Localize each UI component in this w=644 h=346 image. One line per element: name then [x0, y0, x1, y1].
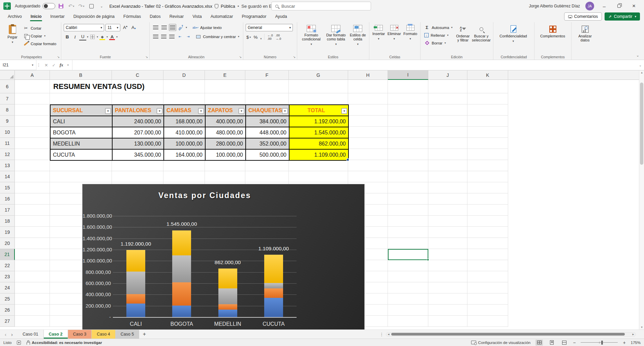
sort-filter-button[interactable]: AZ Ordenar y filtrar	[455, 23, 471, 46]
scroll-right-arrow[interactable]: ►	[632, 333, 635, 336]
horizontal-scrollbar-thumb[interactable]	[391, 333, 625, 336]
format-as-table-button[interactable]: Dar formato como tabla ▾	[324, 23, 347, 46]
normal-view-button[interactable]	[535, 340, 543, 346]
row-header-10[interactable]: 10	[0, 127, 15, 138]
dialog-launcher-icon[interactable]: ↘	[57, 55, 60, 59]
row-header-14[interactable]: 14	[0, 171, 15, 182]
scroll-left-arrow[interactable]: ◄	[387, 333, 390, 336]
chart-segment-zapatos[interactable]	[126, 272, 145, 294]
close-button[interactable]: ×	[629, 1, 639, 11]
insert-function-button[interactable]: fx	[60, 63, 63, 68]
align-bottom-button[interactable]	[169, 24, 176, 31]
sheet-title-cell[interactable]: RESUMEN VENTAS (USD)	[53, 80, 145, 93]
sheet-tab-caso-2[interactable]: Caso 2	[44, 330, 68, 339]
sheet-tab-caso-4[interactable]: Caso 4	[92, 330, 116, 339]
dialog-launcher-icon[interactable]: ↘	[145, 55, 148, 59]
orientation-button[interactable]: ab↗	[177, 24, 185, 31]
delete-cells-button[interactable]: ✕ Eliminar ▾	[387, 23, 401, 41]
find-select-button[interactable]: Buscar y seleccionar	[472, 23, 491, 46]
chart-segment-zapatos[interactable]	[264, 283, 283, 289]
table-cell-total[interactable]: 1.109.000,00	[289, 150, 349, 161]
borders-button[interactable]	[89, 33, 96, 40]
chart-bar-cali[interactable]	[126, 250, 145, 317]
sensitivity-label[interactable]: Pública	[221, 4, 235, 9]
table-cell-value[interactable]: 130.000,00	[113, 138, 164, 150]
wrap-text-button[interactable]: ab↩Ajustar texto	[191, 24, 223, 31]
table-cell-value[interactable]: 207.000,00	[113, 127, 164, 138]
percent-button[interactable]: %	[254, 34, 258, 41]
filter-button[interactable]: ▾	[341, 108, 347, 114]
table-cell-value[interactable]: 400.000,00	[206, 116, 246, 127]
column-header-J[interactable]: J	[428, 70, 467, 80]
chart-segment-chaquetas[interactable]	[126, 250, 145, 272]
quick-access-toolbar-menu[interactable]: ⌄	[97, 2, 106, 10]
autosave-toggle[interactable]	[42, 3, 55, 9]
row-header-13[interactable]: 13	[0, 160, 15, 171]
row-header-15[interactable]: 15	[0, 182, 15, 193]
row-header-8[interactable]: 8	[0, 104, 15, 116]
table-cell-value[interactable]: 240.000,00	[113, 116, 164, 127]
column-header-I[interactable]: I	[388, 70, 428, 80]
table-cell-value[interactable]: 345.000,00	[113, 150, 164, 161]
ribbon-tab-insertar[interactable]: Insertar	[46, 13, 69, 21]
horizontal-scrollbar[interactable]: ◄ ►	[386, 332, 636, 337]
collapse-ribbon-chevron[interactable]: ⌄	[636, 53, 639, 58]
chart-segment-chaquetas[interactable]	[172, 230, 191, 256]
comments-button[interactable]: Comentarios	[564, 12, 602, 21]
table-cell-total[interactable]: 862.000,00	[289, 138, 349, 150]
table-cell-city[interactable]: BOGOTA	[51, 127, 113, 138]
cancel-entry-icon[interactable]: ✕	[44, 63, 48, 68]
sheet-tab-caso-5[interactable]: Caso 5	[116, 330, 140, 339]
table-cell-value[interactable]: 448.000,00	[246, 127, 289, 138]
align-center-button[interactable]	[160, 33, 167, 40]
table-cell-value[interactable]: 164.000,00	[164, 150, 206, 161]
table-fill-handle[interactable]	[346, 158, 349, 161]
chart-segment-chaquetas[interactable]	[218, 269, 237, 288]
row-header-21[interactable]: 21	[0, 249, 15, 260]
avatar[interactable]: JA	[585, 2, 594, 10]
share-button[interactable]: ⇗ Compartir ▾	[605, 12, 640, 21]
addins-button[interactable]: Complementos	[537, 23, 569, 38]
scroll-down-arrow[interactable]: ▼	[639, 326, 644, 329]
chart-object[interactable]: Ventas por Ciudades 1.800.000,001.600.00…	[82, 184, 365, 329]
name-box[interactable]: I21 ▾	[0, 60, 36, 70]
ribbon-tab-archivo[interactable]: Archivo	[3, 13, 26, 21]
save-button[interactable]	[57, 2, 65, 10]
touch-mode-button[interactable]	[87, 2, 96, 10]
confirm-entry-icon[interactable]: ✓	[52, 63, 55, 68]
number-format-select[interactable]: General▾	[246, 24, 293, 31]
table-header-sucursal[interactable]: SUCURSAL▾	[51, 105, 113, 116]
column-header-K[interactable]: K	[467, 70, 508, 80]
sheet-tab-caso-3[interactable]: Caso 3	[68, 330, 92, 339]
user-name[interactable]: Jorge Alberto Gutiérrez Díaz	[529, 4, 580, 8]
chart-bar-cucuta[interactable]	[264, 255, 283, 317]
table-cell-value[interactable]: 100.000,00	[164, 138, 206, 150]
row-header-24[interactable]: 24	[0, 282, 15, 293]
ribbon-tab-fórmulas[interactable]: Fórmulas	[119, 13, 145, 21]
font-color-menu[interactable]: ▾	[116, 35, 118, 38]
column-header-E[interactable]: E	[205, 70, 245, 80]
row-header-11[interactable]: 11	[0, 138, 15, 149]
column-header-D[interactable]: D	[163, 70, 205, 80]
bold-button[interactable]: B	[64, 33, 71, 40]
column-header-H[interactable]: H	[348, 70, 388, 80]
restore-button[interactable]	[614, 1, 624, 11]
table-cell-value[interactable]: 280.000,00	[206, 138, 246, 150]
conditional-formatting-button[interactable]: Formato condicional ▾	[300, 23, 323, 46]
chart-segment-zapatos[interactable]	[218, 288, 237, 304]
row-header-12[interactable]: 12	[0, 149, 15, 160]
column-header-F[interactable]: F	[245, 70, 289, 80]
document-info[interactable]: Excel Avanzado - Taller 02 - Gráficos Av…	[109, 4, 289, 9]
chart-bar-medellin[interactable]	[218, 269, 237, 317]
table-cell-value[interactable]: 100.000,00	[206, 150, 246, 161]
zoom-level[interactable]: 175%	[631, 341, 641, 345]
ribbon-tab-datos[interactable]: Datos	[145, 13, 165, 21]
selected-cell[interactable]	[388, 249, 428, 260]
font-name-select[interactable]: Calibri▾	[64, 24, 104, 31]
row-header-25[interactable]: 25	[0, 293, 15, 305]
row-header-9[interactable]: 9	[0, 116, 15, 127]
filter-button[interactable]: ▾	[105, 108, 111, 114]
minimize-button[interactable]: –	[600, 1, 609, 11]
chart-bar-bogota[interactable]	[172, 230, 191, 317]
zoom-slider-thumb[interactable]	[601, 341, 603, 345]
